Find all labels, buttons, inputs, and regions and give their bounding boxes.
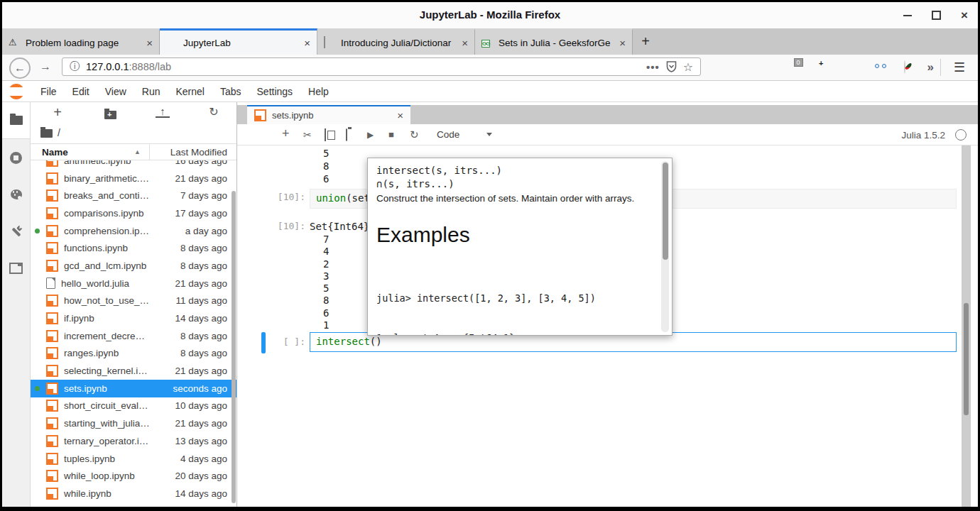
- file-row[interactable]: selecting_kernel.i…21 days ago: [31, 362, 236, 380]
- paste-cells-button[interactable]: [346, 129, 367, 141]
- tab-close-icon[interactable]: ×: [146, 37, 153, 49]
- file-row[interactable]: comparisons.ipynb17 days ago: [31, 204, 236, 222]
- url-bar[interactable]: ⓘ 127.0.0.1:8888/lab ••• ☆: [62, 57, 701, 76]
- file-row[interactable]: if.ipynb14 days ago: [31, 309, 236, 327]
- file-row[interactable]: arithmetic.ipynb16 days ago: [31, 160, 236, 170]
- file-row[interactable]: how_not_to_use_…11 days ago: [31, 292, 236, 310]
- notebook-tab-label: sets.ipynb: [272, 110, 391, 121]
- tab-label: Sets in Julia - GeeksforGe: [499, 38, 614, 48]
- notebook-tab[interactable]: sets.ipynb ×: [247, 105, 410, 124]
- overflow-chevrons-icon[interactable]: »: [927, 60, 934, 75]
- file-row[interactable]: tuples.ipynb4 days ago: [31, 450, 236, 468]
- extension-disabled-icon[interactable]: 0: [787, 61, 800, 74]
- minimize-button[interactable]: [903, 15, 912, 16]
- sidebar-tab-inspector[interactable]: [2, 213, 30, 250]
- file-row[interactable]: comprehension.ip…a day ago: [31, 222, 236, 240]
- breadcrumb[interactable]: /: [31, 125, 236, 143]
- back-button[interactable]: ←: [9, 57, 31, 79]
- file-row[interactable]: while.ipynb14 days ago: [31, 485, 236, 502]
- notebook-scrollbar-thumb[interactable]: [964, 303, 969, 415]
- file-row[interactable]: functions.ipynb8 days ago: [31, 239, 236, 257]
- run-cell-button[interactable]: ▶: [367, 130, 388, 140]
- activity-bar: [2, 102, 31, 507]
- sidebar-tab-commands[interactable]: [2, 176, 30, 213]
- tab-close-icon[interactable]: ×: [619, 37, 626, 49]
- upload-button[interactable]: ↑: [156, 106, 170, 118]
- new-launcher-button[interactable]: +: [50, 104, 65, 121]
- sidebar-tab-running[interactable]: [2, 139, 30, 176]
- menu-tabs[interactable]: Tabs: [212, 86, 249, 97]
- notebook-file-icon: [46, 347, 58, 359]
- geeksforgeeks-favicon: GG: [481, 37, 493, 48]
- file-row[interactable]: starting_with_julia…21 days ago: [31, 414, 236, 432]
- file-row[interactable]: short_circuit_eval…10 days ago: [31, 397, 236, 415]
- extension-bars-icon[interactable]: [834, 61, 846, 74]
- menu-run[interactable]: Run: [134, 86, 168, 97]
- file-row[interactable]: ranges.ipynb8 days ago: [31, 345, 236, 363]
- pocket-shield-icon[interactable]: [666, 61, 677, 72]
- copy-cells-button[interactable]: [325, 129, 346, 141]
- extension-monkey-icon[interactable]: [881, 61, 893, 74]
- browser-tab-julia-dictionary[interactable]: Introducing Julia/Dictionar ×: [317, 28, 475, 55]
- extension-diamond-icon[interactable]: [857, 61, 870, 74]
- maximize-button[interactable]: [932, 11, 941, 20]
- tab-close-icon[interactable]: ×: [462, 37, 468, 49]
- forward-button[interactable]: →: [36, 57, 55, 76]
- kernel-name[interactable]: Julia 1.5.2: [901, 130, 945, 141]
- interrupt-kernel-button[interactable]: ■: [388, 129, 410, 140]
- file-row[interactable]: breaks_and_conti…7 days ago: [31, 187, 236, 204]
- menu-help[interactable]: Help: [300, 86, 337, 97]
- bookmark-star-icon[interactable]: ☆: [683, 60, 693, 74]
- add-cell-button[interactable]: +: [282, 126, 303, 141]
- root-folder-icon[interactable]: [40, 129, 53, 138]
- menu-hamburger-icon[interactable]: ☰: [954, 60, 965, 75]
- notebook-file-icon: [46, 172, 58, 185]
- close-window-button[interactable]: ×: [961, 9, 968, 21]
- page-actions-icon[interactable]: •••: [646, 61, 660, 73]
- site-info-icon[interactable]: ⓘ: [70, 60, 80, 73]
- new-folder-button[interactable]: [103, 109, 117, 123]
- file-row[interactable]: binary_arithmetic.…21 days ago: [31, 170, 236, 187]
- menu-settings[interactable]: Settings: [249, 86, 301, 97]
- tab-close-icon[interactable]: ×: [304, 37, 310, 49]
- notebook-file-icon: [46, 312, 58, 324]
- file-row-selected[interactable]: sets.ipynbseconds ago: [31, 380, 236, 397]
- notebook-toolbar: + ✂ ▶ ■ ↻ Code Julia 1.5.2: [237, 124, 978, 145]
- browser-tab-jupyterlab[interactable]: JupyterLab ×: [160, 28, 317, 55]
- file-list-scrollbar[interactable]: [232, 191, 236, 503]
- menu-edit[interactable]: Edit: [65, 86, 97, 97]
- tooltip-scrollbar-thumb[interactable]: [663, 163, 668, 260]
- file-row[interactable]: ternary_operator.i…13 days ago: [31, 432, 236, 450]
- running-dot: [35, 229, 40, 233]
- chevron-down-icon: [486, 133, 492, 136]
- notebook-icon: [254, 109, 266, 121]
- cut-cells-button[interactable]: ✂: [303, 129, 325, 141]
- browser-tab-problem[interactable]: ⚠ Problem loading page ×: [2, 28, 160, 55]
- notebook-file-icon: [46, 417, 58, 429]
- notebook-tab-close-icon[interactable]: ×: [397, 109, 403, 121]
- kernel-status-icon[interactable]: [955, 129, 967, 141]
- refresh-button[interactable]: ↻: [207, 105, 221, 119]
- sidebar-tab-files[interactable]: [2, 102, 30, 139]
- tabs-icon: [9, 263, 23, 274]
- file-row[interactable]: increment_decre…8 days ago: [31, 327, 236, 345]
- notebook-file-icon: [46, 225, 58, 237]
- column-name[interactable]: Name: [42, 147, 68, 158]
- tab-label: JupyterLab: [183, 38, 298, 48]
- sidebar-tab-open-tabs[interactable]: [2, 250, 30, 287]
- browser-tab-geeksforgeeks[interactable]: GG Sets in Julia - GeeksforGe ×: [475, 28, 633, 55]
- file-row[interactable]: gcd_and_lcm.ipynb8 days ago: [31, 257, 236, 275]
- output-text: Set{Int64}: [310, 221, 369, 232]
- menu-file[interactable]: File: [33, 86, 65, 97]
- notebook-file-icon: [46, 435, 58, 447]
- menu-kernel[interactable]: Kernel: [168, 86, 212, 97]
- extension-feather-icon[interactable]: [904, 61, 917, 74]
- menu-view[interactable]: View: [97, 86, 134, 97]
- file-row[interactable]: hello_world.julia21 days ago: [31, 275, 236, 292]
- extension-grid-icon[interactable]: [810, 61, 823, 74]
- new-tab-button[interactable]: +: [633, 28, 658, 55]
- file-row[interactable]: while_loop.ipynb20 days ago: [31, 467, 236, 485]
- column-last-modified[interactable]: Last Modified: [170, 147, 227, 158]
- restart-kernel-button[interactable]: ↻: [410, 128, 431, 141]
- cell-type-dropdown[interactable]: Code: [437, 129, 492, 140]
